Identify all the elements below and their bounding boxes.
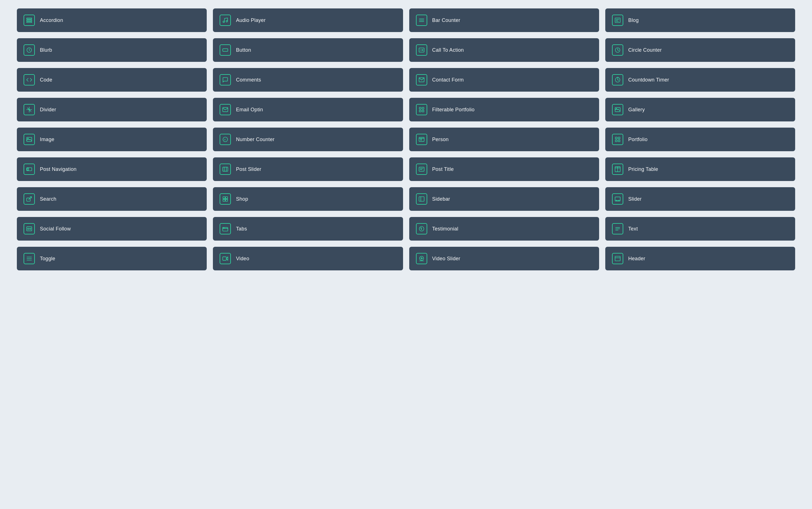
widget-btn-circle-counter[interactable]: Circle Counter — [605, 38, 795, 62]
contact-form-icon — [416, 74, 427, 86]
button-icon — [220, 44, 231, 56]
svg-rect-77 — [615, 256, 620, 261]
widget-label-search: Search — [40, 196, 57, 202]
svg-rect-64 — [223, 227, 228, 231]
widget-label-tabs: Tabs — [236, 226, 247, 232]
widget-label-button: Button — [236, 47, 251, 53]
widget-btn-blurb[interactable]: Blurb — [17, 38, 207, 62]
widget-btn-audio-player[interactable]: Audio Player — [213, 8, 403, 32]
svg-text:#: # — [224, 138, 226, 141]
widget-btn-gallery[interactable]: Gallery — [605, 98, 795, 122]
widget-btn-portfolio[interactable]: Portfolio — [605, 128, 795, 151]
testimonial-icon — [416, 223, 427, 234]
countdown-icon — [612, 74, 623, 86]
widget-label-email-optin: Email Optin — [236, 107, 263, 113]
portfolio-icon — [612, 134, 623, 145]
post-nav-icon — [24, 164, 35, 175]
svg-point-60 — [619, 200, 619, 201]
widget-btn-search[interactable]: Search — [17, 187, 207, 211]
email-icon — [220, 104, 231, 115]
widget-btn-sidebar[interactable]: Sidebar — [409, 187, 599, 211]
widget-label-slider: Slider — [628, 196, 642, 202]
video-icon — [220, 253, 231, 264]
svg-rect-23 — [419, 107, 421, 109]
post-title-icon — [416, 164, 427, 175]
widget-label-header: Header — [628, 256, 645, 262]
widget-btn-accordion[interactable]: Accordion — [17, 8, 207, 32]
post-slider-icon — [220, 164, 231, 175]
svg-rect-42 — [27, 168, 29, 170]
svg-rect-55 — [419, 197, 424, 202]
widget-label-countdown-timer: Countdown Timer — [628, 77, 669, 83]
widget-label-person: Person — [432, 137, 449, 142]
widget-btn-toggle[interactable]: Toggle — [17, 247, 207, 270]
svg-point-4 — [226, 21, 228, 22]
svg-point-3 — [223, 21, 225, 23]
widget-btn-filterable-portfolio[interactable]: Filterable Portfolio — [409, 98, 599, 122]
widget-label-text: Text — [628, 226, 638, 232]
svg-rect-24 — [422, 107, 423, 109]
widget-label-number-counter: Number Counter — [236, 137, 274, 142]
widget-label-image: Image — [40, 137, 54, 142]
bar-counter-icon — [416, 14, 427, 26]
svg-rect-1 — [27, 20, 32, 21]
svg-rect-53 — [223, 199, 225, 201]
blurb-icon — [24, 44, 35, 56]
widget-btn-image[interactable]: Image — [17, 128, 207, 151]
widget-label-video: Video — [236, 256, 249, 262]
widget-btn-video[interactable]: Video — [213, 247, 403, 270]
widget-btn-testimonial[interactable]: Testimonial — [409, 217, 599, 241]
widget-btn-number-counter[interactable]: #Number Counter — [213, 128, 403, 151]
widget-label-post-navigation: Post Navigation — [40, 166, 77, 172]
widget-btn-post-title[interactable]: Post Title — [409, 158, 599, 181]
widget-btn-post-navigation[interactable]: Post Navigation — [17, 158, 207, 181]
widget-label-testimonial: Testimonial — [432, 226, 458, 232]
widget-label-post-title: Post Title — [432, 166, 454, 172]
widget-btn-header[interactable]: Header — [605, 247, 795, 270]
widget-label-contact-form: Contact Form — [432, 77, 464, 83]
widget-btn-countdown-timer[interactable]: Countdown Timer — [605, 68, 795, 92]
widget-label-toggle: Toggle — [40, 256, 55, 262]
widget-btn-tabs[interactable]: Tabs — [213, 217, 403, 241]
widget-btn-post-slider[interactable]: Post Slider — [213, 158, 403, 181]
number-counter-icon: # — [220, 134, 231, 145]
widget-btn-code[interactable]: Code — [17, 68, 207, 92]
widget-btn-button[interactable]: Button — [213, 38, 403, 62]
widget-btn-social-follow[interactable]: Social Follow — [17, 217, 207, 241]
widget-grid: AccordionAudio PlayerBar CounterBlogBlur… — [17, 8, 795, 270]
widget-label-filterable-portfolio: Filterable Portfolio — [432, 107, 475, 113]
widget-label-blog: Blog — [628, 18, 639, 23]
widget-btn-divider[interactable]: Divider — [17, 98, 207, 122]
tabs-icon — [220, 223, 231, 234]
widget-btn-slider[interactable]: Slider — [605, 187, 795, 211]
widget-btn-shop[interactable]: Shop — [213, 187, 403, 211]
widget-btn-call-to-action[interactable]: Call To Action — [409, 38, 599, 62]
widget-label-gallery: Gallery — [628, 107, 645, 113]
shop-icon — [220, 193, 231, 205]
widget-label-shop: Shop — [236, 196, 248, 202]
widget-btn-blog[interactable]: Blog — [605, 8, 795, 32]
widget-btn-email-optin[interactable]: Email Optin — [213, 98, 403, 122]
widget-btn-bar-counter[interactable]: Bar Counter — [409, 8, 599, 32]
widget-label-divider: Divider — [40, 107, 56, 113]
sidebar-icon — [416, 193, 427, 205]
svg-rect-44 — [419, 167, 424, 171]
widget-label-audio-player: Audio Player — [236, 18, 266, 23]
widget-label-blurb: Blurb — [40, 47, 52, 53]
widget-btn-video-slider[interactable]: Video Slider — [409, 247, 599, 270]
gallery-icon — [612, 104, 623, 115]
code-icon — [24, 74, 35, 86]
svg-rect-39 — [615, 140, 617, 142]
svg-marker-73 — [226, 257, 228, 261]
widget-btn-pricing-table[interactable]: Pricing Table — [605, 158, 795, 181]
widget-btn-person[interactable]: Person — [409, 128, 599, 151]
widget-btn-contact-form[interactable]: Contact Form — [409, 68, 599, 92]
widget-label-portfolio: Portfolio — [628, 137, 648, 142]
widget-btn-text[interactable]: Text — [605, 217, 795, 241]
widget-label-accordion: Accordion — [40, 18, 63, 23]
svg-rect-52 — [226, 197, 227, 199]
social-icon — [24, 223, 35, 234]
widget-btn-comments[interactable]: Comments — [213, 68, 403, 92]
svg-rect-26 — [422, 110, 423, 112]
toggle-icon — [24, 253, 35, 264]
